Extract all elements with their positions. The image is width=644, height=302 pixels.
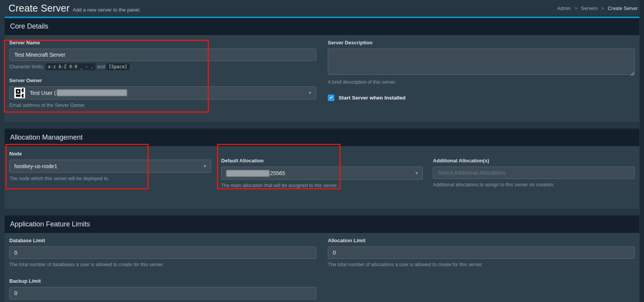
start-server-row: ✔ Start Server when Installed — [328, 94, 635, 101]
backup-limit-group: Backup Limit The total number of backups… — [9, 278, 316, 302]
checkmark-icon: ✔ — [329, 95, 333, 100]
charlimit-period: . — [131, 64, 132, 69]
server-name-helper: Character limits: a-z A-Z 0-9 _ - . and … — [9, 64, 316, 71]
breadcrumb-servers[interactable]: Servers — [581, 6, 598, 11]
allocation-management-header: Allocation Management — [5, 129, 639, 146]
scrollbar[interactable] — [640, 0, 644, 302]
chevron-down-icon: ▾ — [308, 89, 311, 95]
section-core-details: Core Details Server Name Character limit… — [5, 17, 639, 122]
server-description-label: Server Description — [328, 40, 635, 46]
node-group: Node hostkey-us-node1 ▾ The node which t… — [9, 151, 211, 189]
section-allocation-management: Allocation Management Node hostkey-us-no… — [5, 128, 639, 209]
database-limit-helper: The total number of databases a user is … — [9, 262, 316, 268]
charlimit-charset-chip: a-z A-Z 0-9 _ - . — [46, 63, 96, 70]
start-server-label: Start Server when Installed — [339, 95, 405, 101]
allocation-limit-label: Allocation Limit — [328, 238, 635, 243]
breadcrumb-admin[interactable]: Admin — [557, 6, 571, 11]
backup-limit-input[interactable] — [9, 287, 316, 299]
limits-left-column: Database Limit The total number of datab… — [9, 238, 316, 302]
database-limit-group: Database Limit The total number of datab… — [9, 238, 316, 268]
core-left-column: Server Name Character limits: a-z A-Z 0-… — [9, 40, 316, 110]
node-value: hostkey-us-node1 — [14, 163, 57, 169]
server-description-textarea[interactable] — [328, 49, 635, 75]
feature-limits-title: Application Feature Limits — [10, 220, 90, 228]
server-owner-select[interactable]: Test User ( ▾ — [9, 86, 316, 100]
database-limit-label: Database Limit — [9, 238, 316, 243]
chevron-down-icon: ▾ — [415, 170, 418, 176]
additional-allocations-group: Additional Allocation(s) Additional allo… — [433, 158, 635, 189]
allocation-limit-helper: The total number of allocations a user i… — [328, 262, 635, 268]
charlimit-and: and — [97, 64, 105, 69]
redacted-allocation-ip — [226, 170, 269, 177]
page-header: Create Server Add a new server to the pa… — [5, 0, 639, 17]
default-allocation-label: Default Allocation — [221, 158, 423, 164]
owner-avatar — [14, 88, 25, 98]
breadcrumb-separator-icon: > — [575, 6, 577, 11]
server-owner-helper: Email address of the Server Owner. — [9, 102, 316, 109]
node-label: Node — [9, 151, 211, 157]
create-server-page: Create Server Add a new server to the pa… — [0, 0, 644, 302]
server-name-input[interactable] — [9, 49, 316, 61]
allocation-limit-group: Allocation Limit The total number of all… — [328, 238, 635, 268]
server-name-label: Server Name — [9, 40, 316, 46]
chevron-down-icon: ▾ — [203, 163, 206, 169]
redacted-owner-email — [57, 89, 127, 96]
page-title: Create Server — [8, 3, 69, 14]
additional-allocations-input[interactable] — [433, 167, 635, 179]
default-allocation-group: Default Allocation 25565 ▾ The main allo… — [221, 158, 423, 189]
default-allocation-helper: The main allocation that will be assigne… — [221, 182, 423, 189]
breadcrumb-create-server: Create Server — [608, 6, 638, 11]
allocation-management-title: Allocation Management — [10, 133, 83, 141]
additional-allocations-label: Additional Allocation(s) — [433, 158, 635, 164]
node-select[interactable]: hostkey-us-node1 ▾ — [9, 160, 211, 173]
server-owner-value: Test User ( — [30, 90, 56, 96]
default-allocation-select[interactable]: 25565 ▾ — [221, 167, 423, 180]
server-description-helper: A brief description of this server. — [328, 79, 635, 86]
page-title-wrap: Create Server Add a new server to the pa… — [8, 3, 141, 14]
feature-limits-header: Application Feature Limits — [5, 216, 639, 233]
additional-allocations-helper: Additional allocations to assign to this… — [433, 182, 635, 189]
database-limit-input[interactable] — [9, 246, 316, 259]
core-right-column: Server Description A brief description o… — [328, 40, 635, 110]
allocation-limit-input[interactable] — [328, 246, 635, 259]
server-owner-label: Server Owner — [9, 78, 316, 83]
page-subtitle: Add a new server to the panel. — [73, 7, 141, 13]
core-details-title: Core Details — [10, 22, 48, 30]
core-details-header: Core Details — [5, 18, 639, 35]
charlimit-prefix: Character limits: — [9, 64, 44, 69]
breadcrumb: Admin > Servers > Create Server — [557, 3, 639, 11]
server-owner-group: Server Owner — [9, 78, 316, 109]
server-name-group: Server Name Character limits: a-z A-Z 0-… — [9, 40, 316, 71]
server-description-group: Server Description A brief description o… — [328, 40, 635, 86]
limits-right-column: Allocation Limit The total number of all… — [328, 238, 635, 302]
breadcrumb-separator-icon: > — [601, 6, 604, 11]
backup-limit-label: Backup Limit — [9, 278, 316, 284]
charlimit-space-chip: [Space] — [106, 63, 129, 70]
section-feature-limits: Application Feature Limits Database Limi… — [5, 215, 639, 302]
default-allocation-value: 25565 — [270, 170, 285, 176]
node-helper: The node which this server will be deplo… — [9, 175, 211, 182]
start-server-checkbox[interactable]: ✔ — [328, 94, 334, 101]
